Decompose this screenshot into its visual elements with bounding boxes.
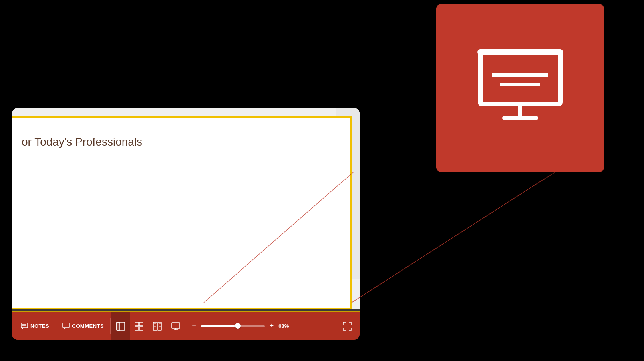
svg-marker-6: [22, 328, 23, 329]
svg-rect-14: [139, 327, 143, 330]
zoom-minus-button[interactable]: −: [190, 322, 198, 330]
normal-view-button[interactable]: [111, 312, 130, 340]
popup-card-inner: [436, 4, 604, 172]
slide-content: or Today's Professionals: [12, 116, 352, 309]
comments-button[interactable]: COMMENTS: [57, 312, 109, 340]
separator-2: [110, 318, 111, 334]
normal-view-icon: [116, 322, 125, 331]
separator-1: [56, 318, 56, 334]
slide-area: or Today's Professionals: [12, 108, 360, 309]
zoom-slider-fill: [201, 325, 239, 327]
presentation-screen-icon: [472, 40, 568, 136]
notes-button[interactable]: NOTES: [15, 312, 55, 340]
zoom-percent: 63%: [278, 323, 294, 329]
svg-rect-11: [135, 322, 139, 326]
slideshow-icon: [171, 322, 180, 331]
svg-rect-10: [117, 322, 120, 330]
separator-3: [186, 318, 186, 334]
zoom-area: − + 63%: [187, 322, 338, 330]
svg-rect-13: [135, 327, 139, 330]
fit-to-window-button[interactable]: [338, 312, 356, 340]
svg-marker-8: [64, 328, 66, 329]
notes-icon: [21, 323, 28, 330]
main-window: or Today's Professionals NOTES COMMENTS: [12, 108, 360, 340]
comments-label: COMMENTS: [72, 323, 104, 329]
svg-rect-26: [480, 52, 560, 104]
zoom-plus-button[interactable]: +: [268, 322, 276, 330]
svg-rect-23: [172, 323, 180, 328]
notes-label: NOTES: [30, 323, 49, 329]
slide-text: or Today's Professionals: [22, 136, 142, 148]
zoom-slider[interactable]: [201, 325, 265, 327]
reading-view-button[interactable]: [148, 312, 167, 340]
grid-view-button[interactable]: [130, 312, 148, 340]
zoom-slider-thumb[interactable]: [235, 323, 241, 329]
svg-line-1: [352, 172, 555, 303]
fit-window-icon: [343, 322, 352, 331]
grid-view-icon: [135, 322, 143, 331]
svg-rect-12: [139, 322, 143, 326]
comments-icon: [62, 323, 70, 330]
popup-card: [436, 4, 604, 172]
svg-rect-7: [63, 323, 69, 328]
slideshow-button[interactable]: [167, 312, 185, 340]
toolbar: NOTES COMMENTS: [12, 311, 360, 340]
reading-view-icon: [153, 322, 162, 331]
